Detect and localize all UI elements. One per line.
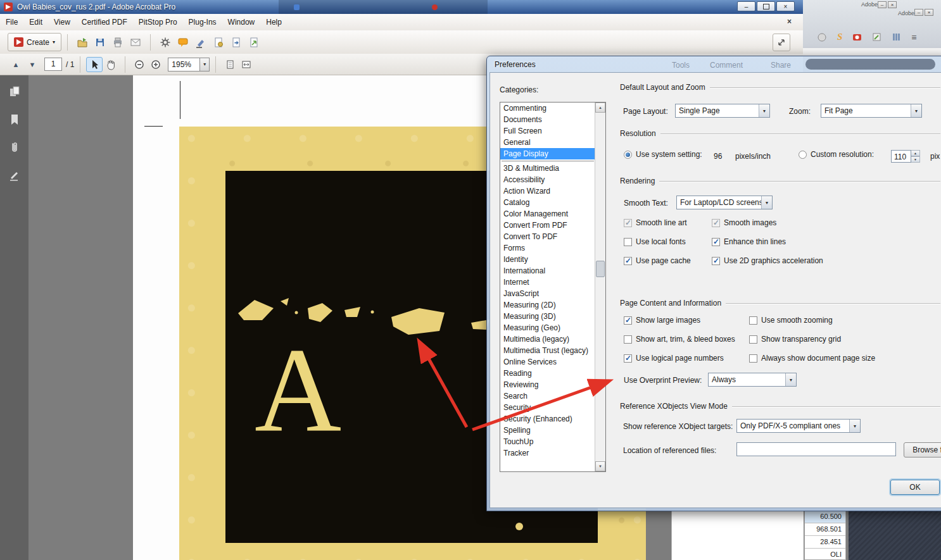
checkbox-use-page-cache[interactable]: Use page cache <box>624 256 691 265</box>
zoom-in-icon[interactable] <box>148 57 164 72</box>
stepper-buttons[interactable]: ▲ ▼ <box>911 150 920 163</box>
chevron-down-icon[interactable]: ▾ <box>785 373 796 386</box>
zoom-dropdown[interactable]: Fit Page ▾ <box>821 104 922 118</box>
categories-scrollbar[interactable]: ▲ ▼ <box>595 103 605 471</box>
category-item[interactable]: Spelling <box>500 425 595 436</box>
category-item[interactable]: Reviewing <box>500 379 595 390</box>
category-item[interactable]: TouchUp <box>500 436 595 447</box>
category-item[interactable]: Measuring (Geo) <box>500 322 595 333</box>
save-icon[interactable] <box>91 34 109 51</box>
settings-gear-icon[interactable] <box>156 34 174 51</box>
category-item[interactable]: Security (Enhanced) <box>500 413 595 425</box>
checkbox-icon[interactable] <box>712 219 720 227</box>
browse-button[interactable]: Browse f <box>904 442 941 457</box>
signatures-icon[interactable] <box>5 166 23 184</box>
menu-help[interactable]: Help <box>260 14 287 30</box>
category-item[interactable]: Forms <box>500 242 595 254</box>
checkbox-icon[interactable] <box>712 257 720 265</box>
smooth-text-dropdown[interactable]: For Laptop/LCD screens ▾ <box>676 196 773 209</box>
category-item[interactable]: Multimedia Trust (legacy) <box>500 345 595 356</box>
expand-toolbar-icon[interactable] <box>773 34 790 51</box>
checkbox-smooth-line-art[interactable]: Smooth line art <box>624 218 687 227</box>
chevron-down-icon[interactable]: ▾ <box>761 196 772 209</box>
page-number-input[interactable]: 1 <box>44 58 62 71</box>
page-thumbnails-icon[interactable] <box>5 82 23 101</box>
checkbox-icon[interactable] <box>624 316 632 325</box>
checkbox-show-transparency-grid[interactable]: Show transparency grid <box>749 335 841 344</box>
chevron-down-icon[interactable]: ▾ <box>849 420 860 432</box>
next-page-icon[interactable]: ▼ <box>24 57 41 72</box>
minimize-icon[interactable]: – <box>914 9 923 16</box>
category-item[interactable]: Internet <box>500 277 595 288</box>
menu-plug-ins[interactable]: Plug-Ins <box>183 14 222 30</box>
export-doc-icon[interactable] <box>227 34 245 51</box>
checkbox-icon[interactable] <box>749 354 757 363</box>
menu-edit[interactable]: Edit <box>23 14 48 30</box>
close-icon[interactable]: × <box>888 1 897 8</box>
step-down-icon[interactable]: ▼ <box>911 156 920 163</box>
close-icon[interactable]: × <box>925 9 933 16</box>
attachments-icon[interactable] <box>5 138 23 156</box>
certify-doc-icon[interactable] <box>210 34 227 51</box>
category-item[interactable]: Color Management <box>500 208 595 220</box>
category-item[interactable]: General <box>500 137 595 148</box>
checkbox-use-smooth-zooming[interactable]: Use smooth zooming <box>749 316 833 325</box>
menu-icon[interactable]: ≡ <box>911 32 916 42</box>
category-item[interactable]: Convert From PDF <box>500 220 595 231</box>
chevron-down-icon[interactable]: ▾ <box>759 104 769 117</box>
checkbox-icon[interactable] <box>624 219 632 227</box>
category-item[interactable]: Commenting <box>500 103 595 114</box>
category-item[interactable]: Security <box>500 402 595 413</box>
sign-pen-icon[interactable] <box>192 34 210 51</box>
print-icon[interactable] <box>109 34 127 51</box>
bookmarks-icon[interactable] <box>5 110 23 128</box>
checkbox-icon[interactable] <box>624 335 632 344</box>
menu-close-icon[interactable]: × <box>787 17 792 26</box>
category-item[interactable]: Convert To PDF <box>500 231 595 242</box>
zoom-level-dropdown[interactable]: 195% ▾ <box>168 58 210 72</box>
scrollbar-thumb[interactable] <box>596 261 605 277</box>
category-item[interactable]: Identity <box>500 254 595 265</box>
menu-view[interactable]: View <box>48 14 76 30</box>
create-button[interactable]: Create ▾ <box>8 33 61 51</box>
email-icon[interactable] <box>127 34 144 51</box>
xobject-targets-dropdown[interactable]: Only PDF/X-5 compliant ones ▾ <box>736 419 861 433</box>
checkbox-show-art-trim-bleed[interactable]: Show art, trim, & bleed boxes <box>624 335 735 344</box>
select-tool-icon[interactable] <box>86 57 103 72</box>
category-item[interactable]: Tracker <box>500 447 595 459</box>
category-item[interactable]: Full Screen <box>500 125 595 137</box>
previous-page-icon[interactable]: ▲ <box>8 57 24 72</box>
checkbox-always-show-page-size[interactable]: Always show document page size <box>749 354 875 363</box>
category-item[interactable]: Measuring (2D) <box>500 299 595 311</box>
radio-icon[interactable] <box>624 151 632 159</box>
dialog-title-bar[interactable]: Preferences Tools Comment Share <box>487 56 941 72</box>
hand-tool-icon[interactable] <box>103 57 119 72</box>
checkbox-2d-graphics-acceleration[interactable]: Use 2D graphics acceleration <box>712 256 823 265</box>
category-item[interactable]: Search <box>500 390 595 402</box>
use-system-setting-radio[interactable]: Use system setting: <box>624 150 702 159</box>
menu-certified-pdf[interactable]: Certified PDF <box>76 14 133 30</box>
scroll-down-icon[interactable]: ▼ <box>595 461 605 471</box>
maximize-button[interactable] <box>757 1 775 11</box>
checkbox-icon[interactable] <box>624 354 632 363</box>
edit-icon[interactable] <box>872 32 881 42</box>
overprint-preview-dropdown[interactable]: Always ▾ <box>708 373 797 387</box>
checkbox-enhance-thin-lines[interactable]: Enhance thin lines <box>712 237 786 246</box>
referenced-files-input[interactable] <box>736 442 896 456</box>
fit-width-view-icon[interactable] <box>238 57 255 72</box>
open-file-icon[interactable] <box>73 34 91 51</box>
camera-icon[interactable] <box>852 32 862 42</box>
signature-s-icon[interactable]: S <box>837 32 842 42</box>
ok-button[interactable]: OK <box>890 480 940 495</box>
comment-bubble-icon[interactable] <box>174 34 192 51</box>
scroll-up-icon[interactable]: ▲ <box>595 103 605 113</box>
category-item[interactable]: Multimedia (legacy) <box>500 333 595 345</box>
step-up-icon[interactable]: ▲ <box>911 150 920 156</box>
columns-icon[interactable] <box>892 32 901 42</box>
chevron-down-icon[interactable]: ▾ <box>911 104 921 117</box>
checkbox-use-logical-page-numbers[interactable]: Use logical page numbers <box>624 354 724 363</box>
category-item[interactable]: JavaScript <box>500 288 595 299</box>
checkbox-icon[interactable] <box>624 257 632 265</box>
checkbox-icon[interactable] <box>624 238 632 246</box>
checkbox-icon[interactable] <box>749 316 757 325</box>
